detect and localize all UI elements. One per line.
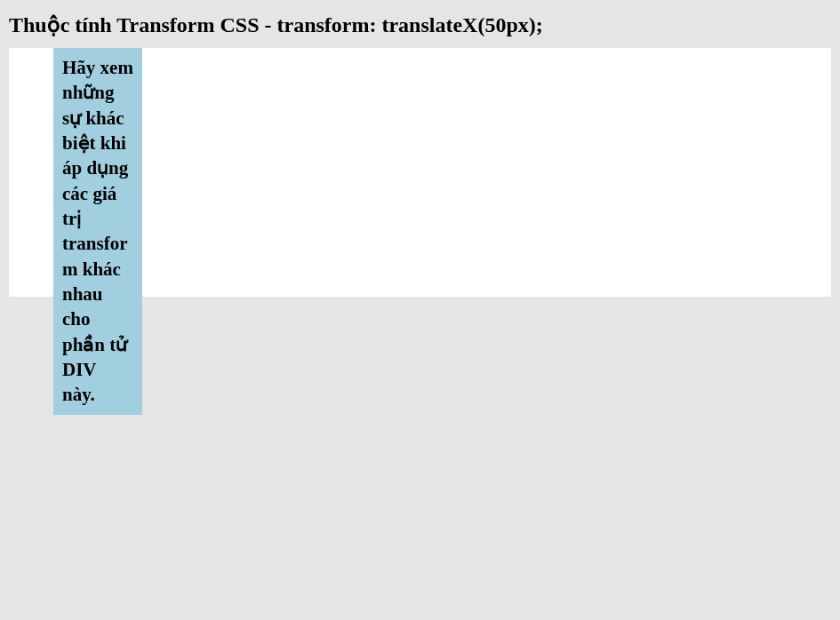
transform-demo-box: Hãy xem những sự khác biệt khi áp dụng c… <box>53 48 142 415</box>
demo-container: Hãy xem những sự khác biệt khi áp dụng c… <box>9 48 831 297</box>
page-heading: Thuộc tính Transform CSS - transform: tr… <box>0 0 840 48</box>
